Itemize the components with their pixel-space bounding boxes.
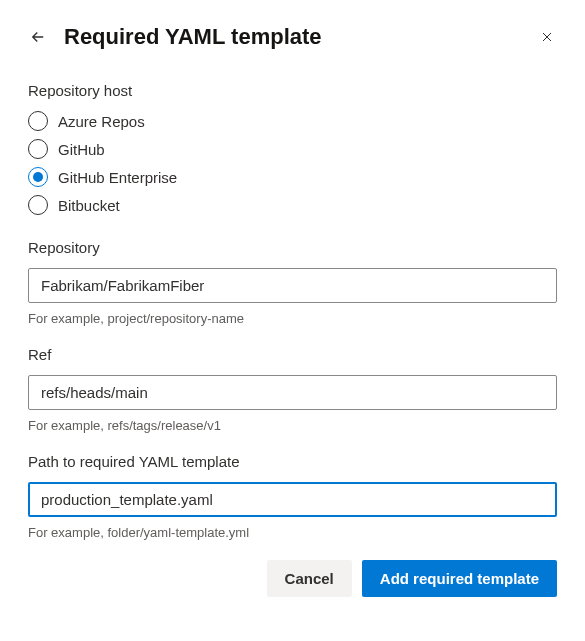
ref-field-group: Ref For example, refs/tags/release/v1 xyxy=(28,346,557,433)
radio-dot xyxy=(33,172,43,182)
cancel-button[interactable]: Cancel xyxy=(267,560,352,597)
arrow-left-icon xyxy=(29,28,47,46)
close-icon xyxy=(539,29,555,45)
header-left: Required YAML template xyxy=(28,24,322,50)
radio-indicator xyxy=(28,167,48,187)
radio-label: GitHub Enterprise xyxy=(58,169,177,186)
radio-github[interactable]: GitHub xyxy=(28,139,557,159)
path-label: Path to required YAML template xyxy=(28,453,557,470)
radio-label: Bitbucket xyxy=(58,197,120,214)
close-button[interactable] xyxy=(537,27,557,47)
ref-input[interactable] xyxy=(28,375,557,410)
radio-indicator xyxy=(28,111,48,131)
ref-label: Ref xyxy=(28,346,557,363)
path-helper: For example, folder/yaml-template.yml xyxy=(28,525,557,540)
radio-indicator xyxy=(28,195,48,215)
radio-github-enterprise[interactable]: GitHub Enterprise xyxy=(28,167,557,187)
repository-helper: For example, project/repository-name xyxy=(28,311,557,326)
button-row: Cancel Add required template xyxy=(28,560,557,597)
radio-indicator xyxy=(28,139,48,159)
radio-label: Azure Repos xyxy=(58,113,145,130)
radio-label: GitHub xyxy=(58,141,105,158)
path-field-group: Path to required YAML template For examp… xyxy=(28,453,557,540)
submit-button[interactable]: Add required template xyxy=(362,560,557,597)
dialog-title: Required YAML template xyxy=(64,24,322,50)
radio-bitbucket[interactable]: Bitbucket xyxy=(28,195,557,215)
dialog-header: Required YAML template xyxy=(28,24,557,50)
ref-helper: For example, refs/tags/release/v1 xyxy=(28,418,557,433)
repository-field-group: Repository For example, project/reposito… xyxy=(28,239,557,326)
repository-input[interactable] xyxy=(28,268,557,303)
repository-label: Repository xyxy=(28,239,557,256)
host-label: Repository host xyxy=(28,82,557,99)
radio-azure-repos[interactable]: Azure Repos xyxy=(28,111,557,131)
host-radio-group: Azure Repos GitHub GitHub Enterprise Bit… xyxy=(28,111,557,215)
back-button[interactable] xyxy=(28,27,48,47)
path-input[interactable] xyxy=(28,482,557,517)
